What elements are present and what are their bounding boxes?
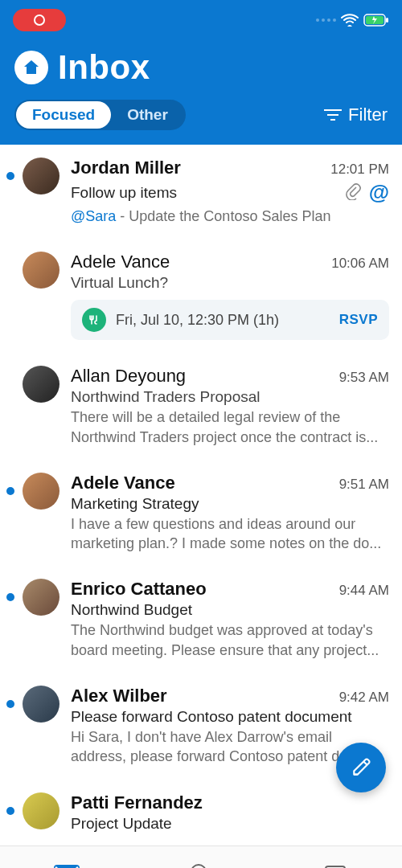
unread-dot — [6, 700, 14, 708]
sender-name: Allan Deyoung — [71, 366, 186, 387]
meeting-time: Fri, Jul 10, 12:30 PM (1h) — [116, 312, 330, 329]
avatar — [23, 579, 59, 616]
calendar-icon: 8 — [323, 862, 347, 868]
nav-calendar[interactable]: 8 — [268, 862, 402, 868]
svg-rect-2 — [386, 18, 388, 23]
sender-name: Adele Vance — [71, 473, 175, 493]
home-button[interactable] — [14, 51, 48, 84]
meeting-icon — [82, 308, 106, 332]
header: Inbox Focused Other Filter — [0, 40, 402, 145]
email-preview: @Sara - Update the Contoso Sales Plan — [71, 207, 389, 226]
sender-name: Enrico Cattaneo — [71, 579, 207, 600]
nav-mail[interactable] — [0, 864, 134, 868]
wifi-icon — [341, 14, 359, 27]
avatar — [23, 366, 59, 403]
compose-icon — [351, 757, 371, 778]
email-row[interactable]: Adele Vance10:06 AMVirtual Lunch?Fri, Ju… — [0, 239, 402, 353]
email-row[interactable]: Adele Vance9:51 AMMarketing StrategyI ha… — [0, 460, 402, 567]
tab-other[interactable]: Other — [111, 101, 184, 129]
avatar — [23, 252, 59, 289]
email-subject: Northwind Budget — [71, 601, 192, 619]
email-subject: Please forward Contoso patent document — [71, 708, 352, 726]
sender-name: Jordan Miller — [71, 158, 181, 178]
filter-icon — [324, 108, 342, 121]
email-preview: I have a few questions and ideas around … — [71, 514, 389, 554]
email-time: 9:53 AM — [339, 370, 389, 386]
tab-focused[interactable]: Focused — [16, 101, 111, 129]
email-subject: Follow up items — [71, 184, 177, 202]
bottom-nav: 8 — [0, 845, 402, 868]
page-dots — [316, 18, 336, 22]
sender-name: Alex Wilber — [71, 686, 167, 706]
attachment-icon — [345, 182, 361, 203]
email-preview: The Northwind budget was approved at tod… — [71, 620, 389, 660]
svg-point-7 — [191, 865, 206, 868]
search-icon — [189, 862, 213, 868]
unread-dot — [6, 807, 14, 815]
email-subject: Project Update — [71, 815, 172, 833]
rsvp-button[interactable]: RSVP — [339, 312, 378, 328]
recording-indicator — [13, 9, 66, 31]
status-bar — [0, 0, 402, 40]
email-list[interactable]: Jordan Miller12:01 PMFollow up items@@Sa… — [0, 145, 402, 845]
email-time: 9:44 AM — [339, 583, 389, 599]
battery-icon — [363, 14, 389, 27]
avatar — [23, 158, 59, 194]
unread-dot — [6, 172, 14, 180]
avatar — [23, 686, 59, 723]
svg-rect-6 — [54, 865, 80, 868]
email-time: 9:51 AM — [339, 477, 389, 493]
unread-dot — [6, 593, 14, 601]
filter-button[interactable]: Filter — [324, 104, 388, 125]
email-row[interactable]: Enrico Cattaneo9:44 AMNorthwind BudgetTh… — [0, 566, 402, 673]
email-time: 10:06 AM — [331, 256, 389, 272]
email-subject: Marketing Strategy — [71, 495, 199, 513]
meeting-rsvp-card[interactable]: Fri, Jul 10, 12:30 PM (1h)RSVP — [71, 300, 389, 340]
email-preview: There will be a detailed legal review of… — [71, 407, 389, 447]
sender-name: Adele Vance — [71, 252, 170, 272]
mention-icon: @ — [369, 180, 389, 205]
email-row[interactable]: Jordan Miller12:01 PMFollow up items@@Sa… — [0, 145, 402, 239]
sender-name: Patti Fernandez — [71, 792, 203, 813]
mail-icon — [53, 864, 80, 868]
email-row[interactable]: Allan Deyoung9:53 AMNorthwind Traders Pr… — [0, 353, 402, 460]
email-time: 9:42 AM — [339, 690, 389, 706]
page-title: Inbox — [58, 48, 150, 87]
email-subject: Northwind Traders Proposal — [71, 388, 260, 406]
inbox-tab-switch: Focused Other — [14, 100, 186, 130]
avatar — [23, 473, 59, 510]
email-time: 12:01 PM — [330, 162, 389, 178]
filter-label: Filter — [348, 104, 388, 125]
compose-button[interactable] — [336, 743, 386, 792]
avatar — [23, 792, 59, 829]
nav-search[interactable] — [134, 862, 269, 868]
unread-dot — [6, 487, 14, 495]
email-subject: Virtual Lunch? — [71, 274, 168, 292]
email-row[interactable]: Patti FernandezProject Update — [0, 780, 402, 845]
